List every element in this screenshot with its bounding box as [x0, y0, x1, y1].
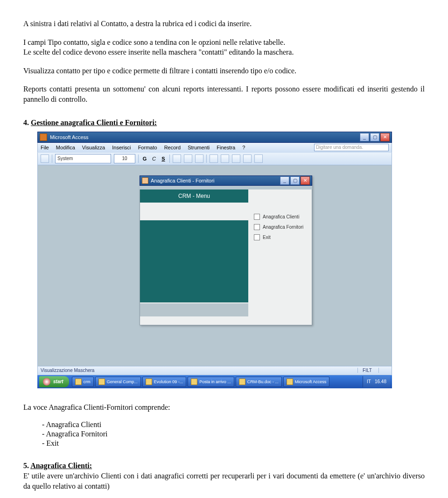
statusbar: Visualizzazione Maschera FILT	[37, 366, 392, 375]
app-icon	[239, 379, 245, 385]
ask-question-box[interactable]: Digitare una domanda.	[314, 144, 389, 151]
bullet-list: Anagrafica Clienti Anagrafica Fornitori …	[42, 421, 425, 448]
format-toolbar: System 10 G C S	[37, 152, 392, 165]
menu-format[interactable]: Formato	[138, 145, 157, 150]
form-window: Anagrafica Clienti - Fornitori _ ▢ ✕ CRM…	[140, 175, 312, 325]
windows-logo-icon	[43, 378, 50, 386]
option-anagrafica-fornitori[interactable]: Anagrafica Fornitori	[254, 224, 303, 230]
app-icon	[98, 379, 105, 385]
separator	[52, 154, 52, 163]
font-color-button[interactable]	[221, 154, 229, 163]
option-button-icon	[254, 224, 260, 230]
menu-view[interactable]: Visualizza	[82, 145, 105, 150]
taskbar-item[interactable]: CRM-Bu.doc - ...	[236, 377, 282, 387]
paragraph: I campi Tipo contatto, sigla e codice so…	[23, 37, 425, 57]
menu-insert[interactable]: Inserisci	[112, 145, 131, 150]
form-titlebar: Anagrafica Clienti - Fornitori _ ▢ ✕	[140, 175, 312, 186]
separator	[138, 154, 139, 163]
paragraph: Reports contatti presenta un sottomenu' …	[23, 84, 425, 104]
italic-button[interactable]: C	[151, 156, 157, 161]
form-title: Anagrafica Clienti - Fornitori	[151, 178, 214, 183]
section-heading: 4. Gestione anagrafica Clienti e Fornito…	[23, 119, 425, 127]
menu-tools[interactable]: Strumenti	[188, 145, 210, 150]
option-anagrafica-clienti[interactable]: Anagrafica Clienti	[254, 214, 299, 220]
status-left: Visualizzazione Maschera	[41, 368, 94, 373]
app-icon	[75, 379, 82, 385]
option-button-icon	[254, 234, 260, 240]
menubar: File Modifica Visualizza Inserisci Forma…	[37, 143, 392, 152]
bold-button[interactable]: G	[141, 156, 148, 161]
menu-file[interactable]: File	[41, 145, 49, 150]
app-title: Microsoft Access	[50, 134, 89, 140]
special-effect-button[interactable]	[254, 154, 263, 163]
separator	[169, 154, 170, 163]
status-filt: FILT	[357, 368, 372, 373]
system-tray: IT 16.48	[363, 376, 390, 387]
option-button-icon	[254, 214, 260, 220]
list-item: Exit	[42, 439, 425, 448]
menu-window[interactable]: Finestra	[217, 145, 235, 150]
font-name-select[interactable]: System	[55, 154, 111, 163]
form-close-button[interactable]: ✕	[301, 176, 310, 185]
tray-clock[interactable]: 16.48	[375, 379, 386, 384]
menu-help[interactable]: ?	[242, 145, 245, 150]
section-heading: 5. Anagrafica Clienti:	[23, 462, 425, 470]
option-exit[interactable]: Exit	[254, 234, 271, 240]
close-button[interactable]: ✕	[380, 133, 390, 141]
paragraph: E' utile avere un'archivio Clienti con i…	[23, 471, 425, 491]
line-color-button[interactable]	[232, 154, 240, 163]
start-button[interactable]: start	[39, 376, 69, 387]
form-minimize-button[interactable]: _	[280, 176, 289, 185]
fill-color-button[interactable]	[210, 154, 218, 163]
separator	[206, 154, 207, 163]
windows-taskbar: start crm General Comp... Evolution 09 -…	[37, 375, 392, 388]
menu-edit[interactable]: Modifica	[56, 145, 75, 150]
paragraph: Visualizza contatto per tipo e codice pe…	[23, 66, 425, 76]
toolbar-button[interactable]	[41, 154, 49, 163]
align-right-button[interactable]	[195, 154, 203, 163]
taskbar-item[interactable]: Posta in arrivo ...	[188, 377, 234, 387]
status-blank	[378, 368, 389, 373]
form-icon	[142, 177, 148, 184]
taskbar-item[interactable]: Evolution 09 -...	[142, 377, 187, 387]
form-body: CRM - Menu Anagrafica Clienti Anagrafica…	[140, 189, 312, 325]
form-maximize-button[interactable]: ▢	[290, 176, 300, 185]
list-item: Anagrafica Fornitori	[42, 430, 425, 438]
app-titlebar: Microsoft Access _ ▢ ✕	[37, 132, 392, 143]
border-button[interactable]	[243, 154, 252, 163]
underline-button[interactable]: S	[160, 156, 167, 161]
maximize-button[interactable]: ▢	[370, 133, 379, 141]
align-left-button[interactable]	[173, 154, 181, 163]
paragraph: La voce Anagrafica Clienti-Fornitori com…	[23, 402, 425, 413]
screenshot-access: Microsoft Access _ ▢ ✕ File Modifica Vis…	[37, 132, 392, 388]
mdi-client-area: Anagrafica Clienti - Fornitori _ ▢ ✕ CRM…	[37, 165, 392, 366]
taskbar-item[interactable]: Microsoft Access	[283, 377, 330, 387]
tray-language[interactable]: IT	[367, 379, 371, 384]
crm-menu-header: CRM - Menu	[140, 189, 248, 203]
app-icon	[287, 379, 293, 385]
minimize-button[interactable]: _	[360, 133, 369, 141]
crm-side-footer	[140, 303, 248, 316]
app-icon	[146, 379, 152, 385]
paragraph: A sinistra i dati relativi al Contatto, …	[23, 19, 425, 29]
taskbar-item[interactable]: crm	[72, 377, 94, 387]
access-app-icon	[40, 133, 47, 141]
app-icon	[191, 379, 197, 385]
align-center-button[interactable]	[184, 154, 192, 163]
taskbar-item[interactable]: General Comp...	[95, 377, 141, 387]
crm-side-panel	[140, 220, 248, 302]
list-item: Anagrafica Clienti	[42, 421, 425, 429]
font-size-select[interactable]: 10	[114, 154, 135, 163]
menu-record[interactable]: Record	[164, 145, 181, 150]
